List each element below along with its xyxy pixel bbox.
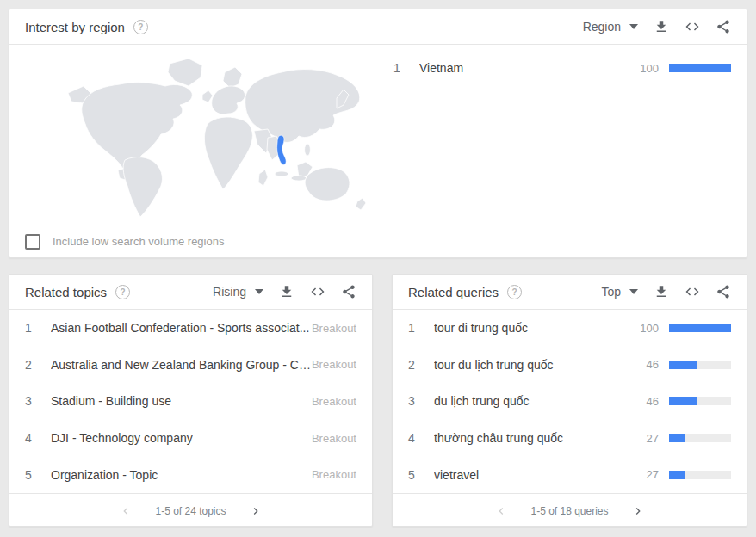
share-button[interactable] [341, 284, 356, 299]
chevron-down-icon [629, 289, 638, 294]
embed-button[interactable] [685, 284, 700, 299]
list-item[interactable]: 2Australia and New Zealand Banking Group… [9, 347, 372, 384]
prev-page-button[interactable] [119, 504, 133, 518]
value-bar [669, 471, 731, 479]
help-icon[interactable]: ? [507, 285, 522, 299]
list-item[interactable]: 1tour đi trung quốc100 [393, 310, 747, 347]
row-label[interactable]: Organization - Topic [51, 468, 158, 482]
list-item[interactable]: 1Asian Football Confederation - Sports a… [9, 310, 372, 347]
include-low-volume-checkbox[interactable] [25, 234, 40, 250]
row-rank: 3 [25, 394, 37, 408]
row-value: Breakout [312, 322, 356, 335]
row-rank: 5 [408, 468, 420, 482]
list-item[interactable]: 4DJI - Technology companyBreakout [9, 420, 372, 457]
row-label[interactable]: du lịch trung quốc [434, 394, 530, 408]
map-land [168, 59, 202, 86]
row-value: 46 [629, 395, 659, 408]
help-icon[interactable]: ? [133, 20, 148, 34]
list-item[interactable]: 2tour du lịch trung quốc46 [393, 347, 747, 384]
list-item[interactable]: 5vietravel27 [393, 456, 747, 493]
topics-metric-dropdown[interactable]: Rising [213, 285, 263, 299]
embed-button[interactable] [310, 284, 325, 299]
share-icon [341, 284, 356, 299]
related-topics-panel: Related topics ? Rising [9, 274, 373, 527]
list-item[interactable]: 3du lịch trung quốc46 [393, 383, 747, 420]
list-item[interactable]: 4thường châu trung quốc27 [393, 420, 747, 457]
share-icon [716, 284, 731, 299]
row-value: Breakout [312, 395, 356, 408]
value-bar [669, 324, 731, 332]
panel-title: Interest by region [25, 20, 125, 34]
value-bar [669, 434, 731, 442]
next-page-button[interactable] [249, 504, 263, 518]
row-value: 100 [629, 62, 659, 75]
row-label[interactable]: Stadium - Building use [51, 394, 171, 408]
share-button[interactable] [716, 284, 731, 299]
download-icon [654, 19, 669, 34]
row-label[interactable]: Australia and New Zealand Banking Group … [51, 358, 312, 372]
chevron-left-icon [494, 504, 508, 518]
download-button[interactable] [654, 19, 669, 34]
map-land [212, 86, 245, 114]
row-value: 27 [629, 432, 659, 445]
region-content: 1Vietnam100 [9, 45, 747, 225]
map-land [223, 67, 242, 88]
pagination-label: 1-5 of 24 topics [155, 505, 226, 517]
chevron-right-icon [631, 504, 645, 518]
row-rank: 4 [408, 431, 420, 445]
bottom-section: Related topics ? Rising [9, 274, 747, 527]
download-button[interactable] [279, 284, 294, 299]
related-topics-header: Related topics ? Rising [9, 275, 372, 310]
map-land [275, 171, 288, 176]
list-item[interactable]: 3Stadium - Building useBreakout [9, 383, 372, 420]
row-label[interactable]: thường châu trung quốc [434, 431, 563, 445]
related-topics-footer: 1-5 of 24 topics [9, 493, 372, 528]
chevron-right-icon [249, 504, 263, 518]
world-map-container [9, 45, 378, 225]
map-land [123, 157, 162, 217]
related-queries-list: 1tour đi trung quốc1002tour du lịch trun… [393, 310, 747, 493]
row-label[interactable]: DJI - Technology company [51, 431, 193, 445]
low-volume-row: Include low search volume regions [9, 225, 747, 257]
share-button[interactable] [716, 19, 731, 34]
region-dropdown-label: Region [583, 20, 621, 34]
row-label[interactable]: tour du lịch trung quốc [434, 358, 554, 372]
pagination-label: 1-5 of 18 queries [530, 505, 608, 517]
row-label[interactable]: Vietnam [419, 61, 463, 75]
queries-metric-dropdown[interactable]: Top [601, 285, 638, 299]
help-icon[interactable]: ? [115, 285, 130, 299]
row-value: 100 [629, 322, 659, 335]
related-queries-footer: 1-5 of 18 queries [393, 493, 747, 528]
value-bar-fill [669, 434, 685, 442]
panel-title: Related queries [408, 285, 499, 299]
row-label[interactable]: tour đi trung quốc [434, 321, 528, 335]
panel-title: Related topics [25, 285, 107, 299]
download-button[interactable] [654, 284, 669, 299]
row-label[interactable]: vietravel [434, 468, 479, 482]
interest-by-region-header: Interest by region ? Region [9, 9, 747, 45]
prev-page-button[interactable] [494, 504, 508, 518]
value-bar-fill [669, 397, 697, 405]
list-item[interactable]: 1Vietnam100 [378, 50, 747, 87]
embed-icon [310, 284, 325, 299]
list-item[interactable]: 5Organization - TopicBreakout [9, 456, 372, 493]
related-queries-panel: Related queries ? Top [392, 274, 747, 527]
map-land [291, 176, 307, 181]
related-queries-header: Related queries ? Top [393, 275, 747, 310]
header-actions: Top [601, 284, 731, 299]
value-bar-fill [669, 324, 731, 332]
row-rank: 2 [408, 358, 420, 372]
interest-by-region-panel: Interest by region ? Region [9, 9, 747, 258]
download-icon [654, 284, 669, 299]
region-dropdown[interactable]: Region [583, 20, 638, 34]
queries-metric-label: Top [601, 285, 621, 299]
related-topics-list: 1Asian Football Confederation - Sports a… [9, 310, 372, 493]
map-land [305, 168, 350, 201]
embed-button[interactable] [685, 19, 700, 34]
row-value: Breakout [312, 468, 356, 481]
row-rank: 5 [25, 468, 37, 482]
row-rank: 1 [393, 61, 406, 75]
next-page-button[interactable] [631, 504, 645, 518]
world-map[interactable] [23, 48, 376, 220]
row-label[interactable]: Asian Football Confederation - Sports as… [51, 321, 309, 335]
